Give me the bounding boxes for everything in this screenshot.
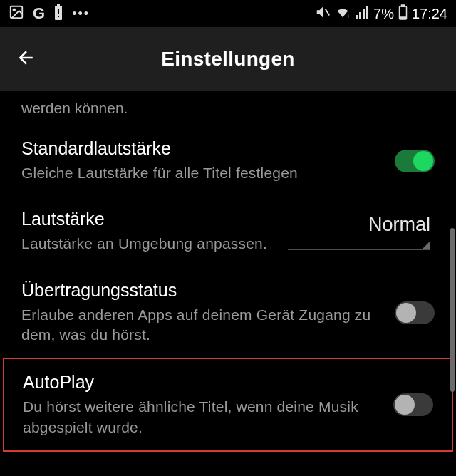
svg-rect-11	[366, 6, 368, 19]
battery-alert-icon	[53, 4, 63, 24]
setting-text: AutoPlay Du hörst weitere ähnliche Titel…	[23, 372, 379, 438]
setting-label: AutoPlay	[23, 372, 379, 393]
signal-icon	[355, 5, 369, 23]
setting-desc: Erlaube anderen Apps auf deinem Gerät Zu…	[21, 305, 380, 346]
status-right: + 7% 17:24	[315, 4, 447, 24]
settings-list: werden können. Standardlautstärke Gleich…	[0, 91, 456, 452]
setting-text: Standardlautstärke Gleiche Lautstärke fü…	[21, 138, 380, 183]
setting-desc: Lautstärke an Umgebung anpassen.	[21, 234, 274, 254]
app-bar: Einstellungen	[0, 27, 456, 91]
clock: 17:24	[412, 6, 447, 22]
svg-rect-13	[401, 5, 404, 6]
svg-rect-3	[57, 4, 60, 6]
gallery-icon	[9, 4, 24, 23]
svg-point-1	[13, 9, 15, 11]
setting-volume[interactable]: Lautstärke Lautstärke an Umgebung anpass…	[0, 196, 456, 267]
broadcast-status-toggle[interactable]	[395, 301, 435, 324]
status-bar: G ••• + 7% 17:24	[0, 0, 456, 27]
volume-value: Normal	[368, 214, 430, 236]
battery-icon	[398, 4, 408, 24]
prev-setting-desc-truncated: werden können.	[0, 100, 456, 125]
volume-dropdown[interactable]: Normal	[288, 214, 435, 250]
setting-text: Übertragungsstatus Erlaube anderen Apps …	[21, 280, 380, 346]
svg-rect-9	[359, 12, 361, 19]
dropdown-underline-icon	[288, 243, 430, 250]
svg-line-6	[326, 9, 330, 15]
page-title: Einstellungen	[16, 48, 440, 71]
setting-text: Lautstärke Lautstärke an Umgebung anpass…	[21, 209, 274, 254]
setting-autoplay[interactable]: AutoPlay Du hörst weitere ähnliche Titel…	[4, 359, 452, 450]
standard-volume-toggle[interactable]	[395, 150, 435, 172]
svg-marker-16	[422, 242, 430, 249]
more-icon: •••	[72, 6, 90, 21]
setting-broadcast-status[interactable]: Übertragungsstatus Erlaube anderen Apps …	[0, 267, 456, 358]
back-button[interactable]	[16, 47, 37, 71]
setting-label: Lautstärke	[21, 209, 274, 229]
autoplay-toggle[interactable]	[393, 393, 433, 416]
scrollbar[interactable]	[450, 228, 455, 392]
svg-rect-4	[58, 9, 59, 14]
setting-label: Standardlautstärke	[21, 138, 380, 159]
svg-rect-8	[356, 15, 358, 19]
status-left: G •••	[9, 4, 90, 24]
svg-rect-10	[363, 9, 365, 19]
setting-desc: Gleiche Lautstärke für alle Titel festle…	[21, 163, 380, 183]
wifi-icon: +	[335, 4, 351, 24]
svg-text:+: +	[347, 14, 351, 20]
google-icon: G	[33, 4, 45, 23]
highlight-box: AutoPlay Du hörst weitere ähnliche Titel…	[3, 358, 453, 452]
battery-percent: 7%	[373, 6, 394, 22]
setting-standard-volume[interactable]: Standardlautstärke Gleiche Lautstärke fü…	[0, 125, 456, 196]
svg-rect-14	[400, 17, 405, 19]
setting-label: Übertragungsstatus	[21, 280, 380, 301]
svg-rect-5	[58, 16, 59, 17]
setting-desc: Du hörst weitere ähnliche Titel, wenn de…	[23, 397, 379, 438]
mute-icon	[315, 4, 331, 24]
